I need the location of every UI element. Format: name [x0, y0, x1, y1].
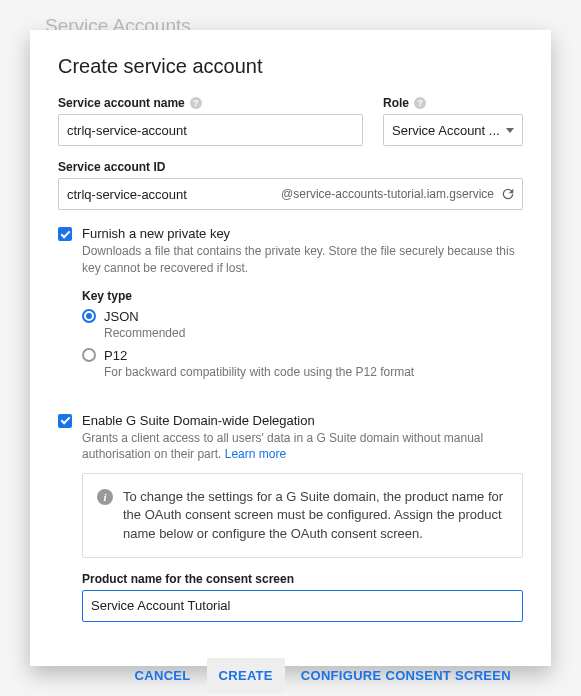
id-label: Service account ID: [58, 160, 165, 174]
product-name-label: Product name for the consent screen: [82, 572, 523, 586]
service-account-name-input[interactable]: [58, 114, 363, 146]
name-label: Service account name: [58, 96, 185, 110]
create-service-account-dialog: Create service account Service account n…: [30, 30, 551, 666]
help-icon[interactable]: ?: [190, 97, 202, 109]
dialog-title: Create service account: [58, 55, 523, 78]
domain-delegation-checkbox[interactable]: [58, 414, 72, 428]
oauth-info-text: To change the settings for a G Suite dom…: [123, 488, 508, 543]
key-type-p12-radio[interactable]: [82, 348, 96, 362]
key-type-label: Key type: [82, 289, 523, 303]
product-name-input[interactable]: [82, 590, 523, 622]
key-type-json-radio[interactable]: [82, 309, 96, 323]
furnish-key-label: Furnish a new private key: [82, 226, 230, 241]
key-type-json-desc: Recommended: [104, 326, 523, 340]
furnish-key-desc: Downloads a file that contains the priva…: [82, 243, 523, 277]
configure-consent-button[interactable]: CONFIGURE CONSENT SCREEN: [289, 658, 523, 693]
furnish-key-checkbox[interactable]: [58, 227, 72, 241]
cancel-button[interactable]: CANCEL: [123, 658, 203, 693]
help-icon[interactable]: ?: [414, 97, 426, 109]
info-icon: i: [97, 489, 113, 505]
id-suffix: @service-accounts-tutorial.iam.gservice: [227, 187, 494, 201]
role-value: Service Account ...: [392, 123, 500, 138]
role-label: Role: [383, 96, 409, 110]
chevron-down-icon: [506, 128, 514, 133]
role-select[interactable]: Service Account ...: [383, 114, 523, 146]
oauth-info-box: i To change the settings for a G Suite d…: [82, 473, 523, 558]
key-type-p12-desc: For backward compatibility with code usi…: [104, 365, 523, 379]
service-account-id-input[interactable]: [67, 187, 227, 202]
refresh-icon[interactable]: [500, 186, 516, 202]
domain-delegation-label: Enable G Suite Domain-wide Delegation: [82, 413, 315, 428]
domain-delegation-desc: Grants a client access to all users' dat…: [82, 430, 523, 464]
learn-more-link[interactable]: Learn more: [225, 447, 286, 461]
create-button[interactable]: CREATE: [207, 658, 285, 693]
key-type-json-label: JSON: [104, 309, 139, 324]
key-type-p12-label: P12: [104, 348, 127, 363]
